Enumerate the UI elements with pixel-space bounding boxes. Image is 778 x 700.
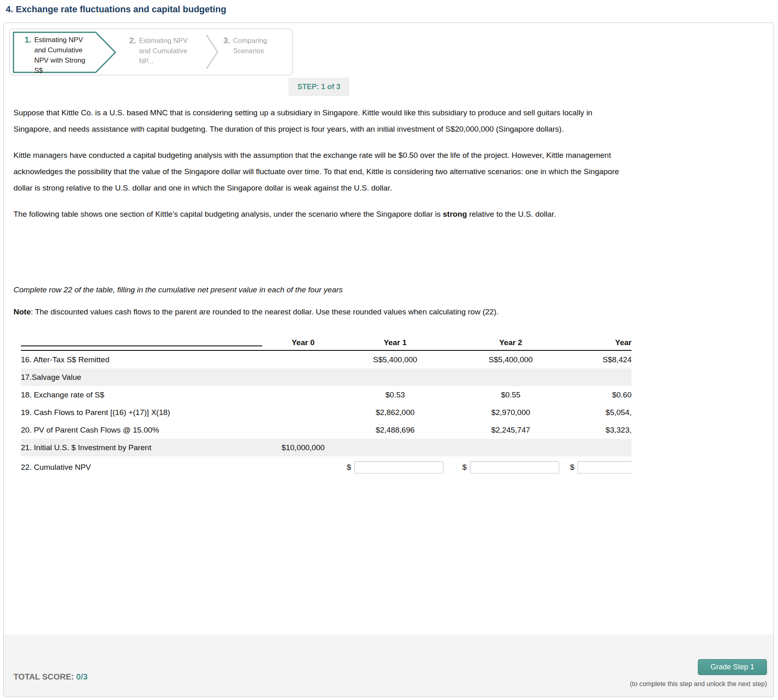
row-16-year-2: S$5,400,000 xyxy=(446,355,575,364)
step-1-number: 1. xyxy=(25,35,31,76)
row-22-year-2-cell: $ xyxy=(446,461,575,473)
wizard-step-1[interactable]: 1. Estimating NPV and Cumulative NPV wit… xyxy=(25,35,98,76)
row-21-label: 21. Initial U.S. $ Investment by Parent xyxy=(21,443,262,452)
total-score-value: 0/3 xyxy=(76,672,88,681)
paragraph-3: The following table shows one section of… xyxy=(13,206,624,222)
total-score: TOTAL SCORE: 0/3 xyxy=(13,672,88,682)
currency-symbol: $ xyxy=(462,463,467,472)
step-3-number: 3. xyxy=(223,36,230,56)
label-column-underline xyxy=(21,346,262,346)
paragraph-1: Suppose that Kittle Co. is a U.S. based … xyxy=(13,105,624,137)
header-year-3: Year xyxy=(575,338,632,347)
grading-footer: TOTAL SCORE: 0/3 Grade Step 1 (to comple… xyxy=(4,635,774,697)
step-indicator: STEP: 1 of 3 xyxy=(288,78,349,96)
row-21-year-0: $10,000,000 xyxy=(262,443,344,452)
table-header-row: Year 0 Year 1 Year 2 Year xyxy=(21,334,632,351)
unlock-note: (to complete this step and unlock the ne… xyxy=(630,680,767,688)
chevron-separator-icon xyxy=(205,34,219,70)
table-row: 21. Initial U.S. $ Investment by Parent … xyxy=(21,439,632,456)
currency-symbol: $ xyxy=(347,463,351,472)
row-16-label: 16. After-Tax S$ Remitted xyxy=(21,355,262,364)
question-content: Suppose that Kittle Co. is a U.S. based … xyxy=(13,105,624,478)
row-18-year-1: $0.53 xyxy=(344,390,446,399)
page-title: 4. Exchange rate fluctuations and capita… xyxy=(6,4,226,15)
step-wizard: 1. Estimating NPV and Cumulative NPV wit… xyxy=(9,29,292,75)
total-score-label: TOTAL SCORE: xyxy=(13,672,76,681)
paragraph-3-before: The following table shows one section of… xyxy=(13,210,443,218)
cumulative-npv-input-year2[interactable] xyxy=(470,461,559,473)
row-20-label: 20. PV of Parent Cash Flows @ 15.00% xyxy=(21,426,262,435)
capital-budgeting-table: Year 0 Year 1 Year 2 Year 16. After-Tax … xyxy=(21,334,632,478)
cumulative-npv-input-year3[interactable] xyxy=(578,461,632,473)
table-row: 19. Cash Flows to Parent [(16) +(17)] X(… xyxy=(21,404,632,421)
cumulative-npv-input-year1[interactable] xyxy=(354,461,443,473)
row-20-year-3: $3,323, xyxy=(575,426,632,435)
row-17-label: 17.Salvage Value xyxy=(21,373,262,382)
row-20-year-2: $2,245,747 xyxy=(446,426,575,435)
note-body: : The discounted values cash flows to th… xyxy=(31,307,499,316)
header-year-1: Year 1 xyxy=(344,338,446,347)
instruction-text: Complete row 22 of the table, filling in… xyxy=(13,284,624,296)
grade-step-button[interactable]: Grade Step 1 xyxy=(698,659,767,675)
row-16-year-3: S$8,424 xyxy=(575,355,632,364)
row-18-year-3: $0.60 xyxy=(575,390,632,399)
step-2-number: 2. xyxy=(129,36,136,66)
table-row-cumulative-npv: 22. Cumulative NPV $ $ $ xyxy=(21,456,632,478)
row-22-year-1-cell: $ xyxy=(344,461,446,473)
row-16-year-1: S$5,400,000 xyxy=(344,355,446,364)
table-row: 20. PV of Parent Cash Flows @ 15.00% $2,… xyxy=(21,421,632,439)
table-row: 16. After-Tax S$ Remitted S$5,400,000 S$… xyxy=(21,351,632,368)
row-19-year-2: $2,970,000 xyxy=(446,408,575,417)
question-panel: 1. Estimating NPV and Cumulative NPV wit… xyxy=(3,22,774,697)
table-row: 17.Salvage Value xyxy=(21,368,632,386)
table-row: 18. Exchange rate of S$ $0.53 $0.55 $0.6… xyxy=(21,386,632,404)
row-22-year-3-cell: $ xyxy=(575,461,632,473)
row-22-label: 22. Cumulative NPV xyxy=(21,463,262,472)
row-18-year-2: $0.55 xyxy=(446,390,575,399)
currency-symbol: $ xyxy=(570,463,574,472)
row-20-year-1: $2,488,696 xyxy=(344,426,446,435)
row-18-label: 18. Exchange rate of S$ xyxy=(21,390,262,399)
wizard-step-2[interactable]: 2. Estimating NPV and Cumulative NP... xyxy=(129,36,199,66)
paragraph-3-bold: strong xyxy=(443,210,467,218)
step-1-label: Estimating NPV and Cumulative NPV with S… xyxy=(34,35,92,76)
row-19-year-3: $5,054, xyxy=(575,408,632,417)
step-2-label: Estimating NPV and Cumulative NP... xyxy=(139,36,194,66)
paragraph-3-after: relative to the U.S. dollar. xyxy=(467,210,556,218)
header-year-2: Year 2 xyxy=(446,338,575,347)
step-3-label: Comparing Scenarios xyxy=(233,36,276,56)
header-year-0: Year 0 xyxy=(262,338,344,347)
row-19-label: 19. Cash Flows to Parent [(16) +(17)] X(… xyxy=(21,408,262,417)
wizard-step-3[interactable]: 3. Comparing Scenarios xyxy=(223,36,285,56)
note-text: Note: The discounted values cash flows t… xyxy=(13,306,624,318)
note-label: Note xyxy=(13,307,31,316)
row-19-year-1: $2,862,000 xyxy=(344,408,446,417)
paragraph-2: Kittle managers have conducted a capital… xyxy=(13,147,624,196)
